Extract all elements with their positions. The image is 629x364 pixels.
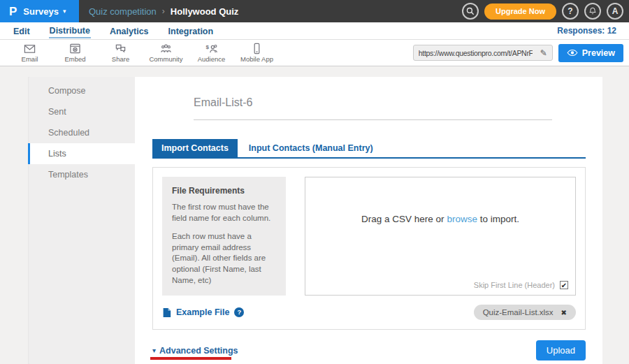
list-name-field[interactable]: Email-List-6 bbox=[194, 96, 552, 120]
sidebar-item-scheduled[interactable]: Scheduled bbox=[28, 122, 135, 143]
share-icon bbox=[114, 43, 127, 54]
surveys-menu[interactable]: P Surveys ▾ bbox=[0, 0, 79, 22]
avatar[interactable]: A bbox=[607, 3, 623, 20]
annotation-red-underline bbox=[150, 357, 231, 360]
top-bar: P Surveys ▾ Quiz competition › Hollywood… bbox=[0, 0, 629, 22]
notifications-button[interactable] bbox=[584, 3, 601, 20]
preview-button[interactable]: Preview bbox=[558, 44, 623, 62]
mobile-app-icon bbox=[250, 43, 263, 54]
example-file-help-icon[interactable]: ? bbox=[234, 307, 244, 317]
example-file-link[interactable]: Example File ? bbox=[162, 307, 244, 318]
tab-integration[interactable]: Integration bbox=[168, 24, 215, 38]
breadcrumb-separator-icon: › bbox=[162, 6, 165, 16]
toolbar-item-mobile-app[interactable]: Mobile App bbox=[234, 43, 280, 63]
sidebar-item-lists[interactable]: Lists bbox=[28, 143, 135, 164]
toolbar-item-audience[interactable]: $ Audience bbox=[189, 43, 234, 63]
file-requirements-title: File Requirements bbox=[172, 186, 276, 196]
audience-icon: $ bbox=[205, 43, 218, 54]
embed-icon bbox=[68, 43, 82, 54]
import-upper-row: File Requirements The first row must hav… bbox=[162, 177, 576, 296]
sidebar-item-templates[interactable]: Templates bbox=[28, 164, 135, 185]
topbar-actions: Upgrade Now ? A bbox=[462, 3, 629, 20]
distribute-toolbar: Email Embed Share Community $ Audience M… bbox=[0, 40, 629, 66]
svg-text:$: $ bbox=[205, 44, 209, 50]
search-button[interactable] bbox=[462, 3, 479, 20]
sidebar-item-compose[interactable]: Compose bbox=[28, 80, 135, 101]
edit-url-icon[interactable]: ✎ bbox=[535, 48, 552, 58]
document-icon bbox=[162, 307, 171, 318]
upload-button[interactable]: Upload bbox=[536, 340, 586, 361]
toolbar-right: ✎ Preview bbox=[413, 44, 629, 62]
chevron-down-icon: ▾ bbox=[63, 8, 66, 15]
import-lower-row: Example File ? Quiz-Email-List.xlsx ✖ bbox=[162, 305, 576, 320]
dropzone-text-before: Drag a CSV here or bbox=[361, 214, 447, 224]
breadcrumb-parent[interactable]: Quiz competition bbox=[89, 6, 157, 17]
list-name-value: Email-List-6 bbox=[194, 96, 252, 108]
toolbar-item-share[interactable]: Share bbox=[98, 43, 143, 63]
skip-first-line-checkbox-checked-icon[interactable]: ✔ bbox=[560, 281, 568, 289]
uploaded-file-chip: Quiz-Email-List.xlsx ✖ bbox=[474, 305, 576, 320]
breadcrumb-current: Hollywood Quiz bbox=[171, 6, 239, 17]
product-label: Surveys bbox=[23, 6, 59, 17]
caret-down-icon: ▾ bbox=[152, 347, 156, 354]
browse-link[interactable]: browse bbox=[447, 214, 477, 224]
help-button[interactable]: ? bbox=[562, 3, 579, 20]
responses-count[interactable]: Responses: 12 bbox=[557, 26, 616, 36]
import-contacts-panel: File Requirements The first row must hav… bbox=[152, 167, 586, 330]
search-icon bbox=[465, 6, 475, 16]
eye-icon bbox=[567, 49, 578, 57]
csv-dropzone[interactable]: Drag a CSV here or browse to import. Ski… bbox=[305, 177, 576, 296]
preview-label: Preview bbox=[582, 48, 615, 58]
breadcrumb: Quiz competition › Hollywood Quiz bbox=[89, 6, 238, 17]
community-icon bbox=[159, 43, 173, 54]
toolbar-item-embed[interactable]: Embed bbox=[52, 43, 98, 63]
tab-analytics[interactable]: Analytics bbox=[109, 24, 150, 38]
file-requirements-panel: File Requirements The first row must hav… bbox=[162, 177, 286, 296]
remove-file-icon[interactable]: ✖ bbox=[561, 309, 567, 316]
advanced-settings-label: Advanced Settings bbox=[159, 346, 238, 356]
example-file-label: Example File bbox=[176, 307, 229, 317]
skip-first-line-label: Skip First Line (Header) bbox=[474, 281, 555, 289]
advanced-settings-toggle[interactable]: ▾ Advanced Settings bbox=[152, 346, 238, 356]
upgrade-now-button[interactable]: Upgrade Now bbox=[484, 3, 556, 20]
tab-import-contacts[interactable]: Import Contacts bbox=[152, 139, 238, 157]
tab-edit[interactable]: Edit bbox=[13, 24, 31, 38]
email-icon bbox=[23, 43, 36, 54]
list-detail-panel: Email-List-6 Import Contacts Input Conta… bbox=[135, 77, 602, 364]
survey-url-box: ✎ bbox=[413, 45, 553, 61]
skip-first-line-control[interactable]: Skip First Line (Header) ✔ bbox=[474, 281, 568, 289]
bell-icon bbox=[588, 6, 598, 16]
survey-nav: Edit Distribute Analytics Integration Re… bbox=[0, 22, 629, 40]
questionpro-logo: P bbox=[9, 6, 17, 17]
contacts-tabs: Import Contacts Input Contacts (Manual E… bbox=[152, 139, 586, 159]
advanced-settings-row: ▾ Advanced Settings Upload bbox=[152, 340, 586, 361]
toolbar-item-community[interactable]: Community bbox=[143, 43, 189, 63]
survey-url-input[interactable] bbox=[414, 49, 535, 57]
file-requirements-line1: The first row must have the field name f… bbox=[172, 202, 276, 224]
toolbar-item-email[interactable]: Email bbox=[7, 43, 52, 63]
tab-input-contacts-manual[interactable]: Input Contacts (Manual Entry) bbox=[238, 139, 384, 157]
tab-distribute[interactable]: Distribute bbox=[49, 24, 91, 38]
email-sidebar: Compose Sent Scheduled Lists Templates bbox=[28, 77, 135, 364]
dropzone-text-after: to import. bbox=[477, 214, 519, 224]
sidebar-item-sent[interactable]: Sent bbox=[28, 101, 135, 122]
file-requirements-line2: Each row must have a primary email addre… bbox=[172, 231, 276, 286]
uploaded-file-name: Quiz-Email-List.xlsx bbox=[483, 308, 554, 316]
dropzone-text: Drag a CSV here or browse to import. bbox=[305, 214, 575, 224]
